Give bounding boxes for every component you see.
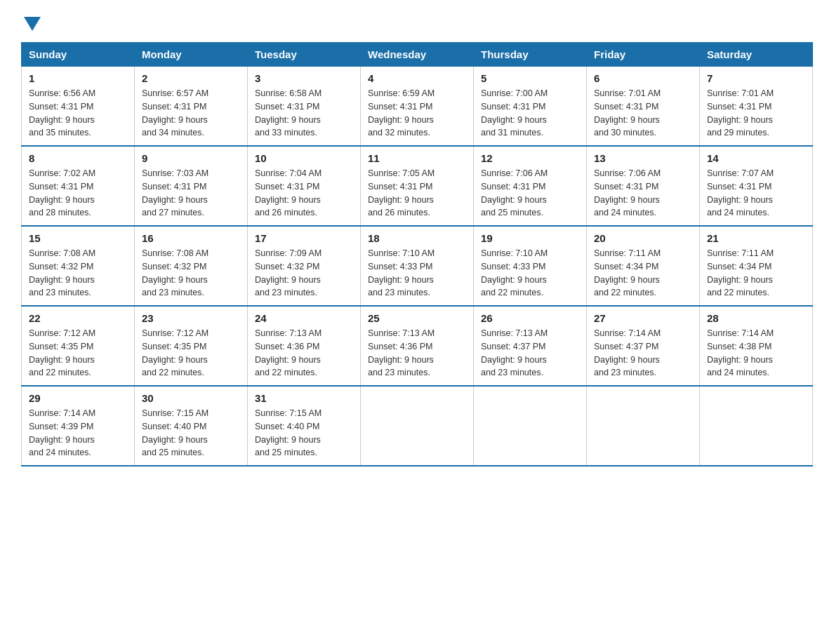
day-number: 20 [594, 232, 692, 244]
day-number: 30 [142, 392, 240, 404]
calendar-cell: 26 Sunrise: 7:13 AMSunset: 4:37 PMDaylig… [474, 306, 587, 386]
day-info: Sunrise: 7:08 AMSunset: 4:32 PMDaylight:… [29, 247, 127, 300]
calendar-week-row: 29 Sunrise: 7:14 AMSunset: 4:39 PMDaylig… [22, 386, 813, 466]
day-info: Sunrise: 7:05 AMSunset: 4:31 PMDaylight:… [368, 167, 466, 220]
day-number: 9 [142, 152, 240, 164]
day-number: 10 [255, 152, 353, 164]
calendar-cell: 18 Sunrise: 7:10 AMSunset: 4:33 PMDaylig… [361, 226, 474, 306]
calendar-cell: 8 Sunrise: 7:02 AMSunset: 4:31 PMDayligh… [22, 146, 135, 226]
day-number: 23 [142, 312, 240, 324]
calendar-cell [700, 386, 813, 466]
day-number: 15 [29, 232, 127, 244]
weekday-header-wednesday: Wednesday [361, 43, 474, 67]
calendar-cell: 12 Sunrise: 7:06 AMSunset: 4:31 PMDaylig… [474, 146, 587, 226]
day-info: Sunrise: 7:11 AMSunset: 4:34 PMDaylight:… [707, 247, 805, 300]
day-info: Sunrise: 7:13 AMSunset: 4:37 PMDaylight:… [481, 327, 579, 380]
calendar-cell: 7 Sunrise: 7:01 AMSunset: 4:31 PMDayligh… [700, 67, 813, 147]
day-info: Sunrise: 7:02 AMSunset: 4:31 PMDaylight:… [29, 167, 127, 220]
weekday-header-monday: Monday [135, 43, 248, 67]
day-info: Sunrise: 7:01 AMSunset: 4:31 PMDaylight:… [707, 87, 805, 140]
calendar-cell: 25 Sunrise: 7:13 AMSunset: 4:36 PMDaylig… [361, 306, 474, 386]
day-number: 5 [481, 72, 579, 84]
day-number: 26 [481, 312, 579, 324]
weekday-header-tuesday: Tuesday [248, 43, 361, 67]
calendar-week-row: 22 Sunrise: 7:12 AMSunset: 4:35 PMDaylig… [22, 306, 813, 386]
calendar-cell: 20 Sunrise: 7:11 AMSunset: 4:34 PMDaylig… [587, 226, 700, 306]
day-number: 24 [255, 312, 353, 324]
calendar-cell: 10 Sunrise: 7:04 AMSunset: 4:31 PMDaylig… [248, 146, 361, 226]
calendar-cell [587, 386, 700, 466]
calendar-week-row: 1 Sunrise: 6:56 AMSunset: 4:31 PMDayligh… [22, 67, 813, 147]
day-number: 25 [368, 312, 466, 324]
day-number: 29 [29, 392, 127, 404]
day-info: Sunrise: 7:10 AMSunset: 4:33 PMDaylight:… [368, 247, 466, 300]
calendar-header: SundayMondayTuesdayWednesdayThursdayFrid… [22, 43, 813, 67]
calendar-cell: 16 Sunrise: 7:08 AMSunset: 4:32 PMDaylig… [135, 226, 248, 306]
calendar-cell [361, 386, 474, 466]
day-info: Sunrise: 7:09 AMSunset: 4:32 PMDaylight:… [255, 247, 353, 300]
calendar-cell: 2 Sunrise: 6:57 AMSunset: 4:31 PMDayligh… [135, 67, 248, 147]
calendar-table: SundayMondayTuesdayWednesdayThursdayFrid… [21, 42, 813, 467]
calendar-cell [474, 386, 587, 466]
day-number: 4 [368, 72, 466, 84]
day-info: Sunrise: 7:06 AMSunset: 4:31 PMDaylight:… [481, 167, 579, 220]
calendar-cell: 13 Sunrise: 7:06 AMSunset: 4:31 PMDaylig… [587, 146, 700, 226]
calendar-cell: 1 Sunrise: 6:56 AMSunset: 4:31 PMDayligh… [22, 67, 135, 147]
day-number: 16 [142, 232, 240, 244]
calendar-cell: 29 Sunrise: 7:14 AMSunset: 4:39 PMDaylig… [22, 386, 135, 466]
logo-triangle-icon [24, 17, 41, 31]
calendar-cell: 21 Sunrise: 7:11 AMSunset: 4:34 PMDaylig… [700, 226, 813, 306]
day-number: 12 [481, 152, 579, 164]
weekday-header-thursday: Thursday [474, 43, 587, 67]
day-info: Sunrise: 7:06 AMSunset: 4:31 PMDaylight:… [594, 167, 692, 220]
day-number: 2 [142, 72, 240, 84]
calendar-cell: 24 Sunrise: 7:13 AMSunset: 4:36 PMDaylig… [248, 306, 361, 386]
day-number: 13 [594, 152, 692, 164]
day-info: Sunrise: 7:10 AMSunset: 4:33 PMDaylight:… [481, 247, 579, 300]
calendar-cell: 5 Sunrise: 7:00 AMSunset: 4:31 PMDayligh… [474, 67, 587, 147]
calendar-week-row: 8 Sunrise: 7:02 AMSunset: 4:31 PMDayligh… [22, 146, 813, 226]
day-info: Sunrise: 6:58 AMSunset: 4:31 PMDaylight:… [255, 87, 353, 140]
day-info: Sunrise: 7:04 AMSunset: 4:31 PMDaylight:… [255, 167, 353, 220]
calendar-cell: 4 Sunrise: 6:59 AMSunset: 4:31 PMDayligh… [361, 67, 474, 147]
day-number: 19 [481, 232, 579, 244]
day-number: 3 [255, 72, 353, 84]
calendar-cell: 23 Sunrise: 7:12 AMSunset: 4:35 PMDaylig… [135, 306, 248, 386]
day-number: 6 [594, 72, 692, 84]
calendar-cell: 14 Sunrise: 7:07 AMSunset: 4:31 PMDaylig… [700, 146, 813, 226]
day-number: 11 [368, 152, 466, 164]
calendar-cell: 6 Sunrise: 7:01 AMSunset: 4:31 PMDayligh… [587, 67, 700, 147]
calendar-cell: 28 Sunrise: 7:14 AMSunset: 4:38 PMDaylig… [700, 306, 813, 386]
weekday-header-saturday: Saturday [700, 43, 813, 67]
day-info: Sunrise: 7:15 AMSunset: 4:40 PMDaylight:… [142, 407, 240, 459]
day-number: 31 [255, 392, 353, 404]
day-info: Sunrise: 7:07 AMSunset: 4:31 PMDaylight:… [707, 167, 805, 220]
calendar-cell: 15 Sunrise: 7:08 AMSunset: 4:32 PMDaylig… [22, 226, 135, 306]
day-number: 28 [707, 312, 805, 324]
calendar-body: 1 Sunrise: 6:56 AMSunset: 4:31 PMDayligh… [22, 67, 813, 467]
day-number: 17 [255, 232, 353, 244]
day-info: Sunrise: 7:01 AMSunset: 4:31 PMDaylight:… [594, 87, 692, 140]
day-info: Sunrise: 7:14 AMSunset: 4:38 PMDaylight:… [707, 327, 805, 380]
day-info: Sunrise: 7:12 AMSunset: 4:35 PMDaylight:… [29, 327, 127, 380]
day-number: 27 [594, 312, 692, 324]
logo [21, 14, 41, 29]
day-info: Sunrise: 7:14 AMSunset: 4:39 PMDaylight:… [29, 407, 127, 459]
calendar-cell: 22 Sunrise: 7:12 AMSunset: 4:35 PMDaylig… [22, 306, 135, 386]
day-info: Sunrise: 7:08 AMSunset: 4:32 PMDaylight:… [142, 247, 240, 300]
day-number: 22 [29, 312, 127, 324]
day-number: 21 [707, 232, 805, 244]
calendar-cell: 19 Sunrise: 7:10 AMSunset: 4:33 PMDaylig… [474, 226, 587, 306]
calendar-cell: 9 Sunrise: 7:03 AMSunset: 4:31 PMDayligh… [135, 146, 248, 226]
weekday-header-friday: Friday [587, 43, 700, 67]
day-info: Sunrise: 7:13 AMSunset: 4:36 PMDaylight:… [368, 327, 466, 380]
day-info: Sunrise: 7:11 AMSunset: 4:34 PMDaylight:… [594, 247, 692, 300]
day-info: Sunrise: 7:13 AMSunset: 4:36 PMDaylight:… [255, 327, 353, 380]
calendar-cell: 30 Sunrise: 7:15 AMSunset: 4:40 PMDaylig… [135, 386, 248, 466]
weekday-row: SundayMondayTuesdayWednesdayThursdayFrid… [22, 43, 813, 67]
calendar-cell: 31 Sunrise: 7:15 AMSunset: 4:40 PMDaylig… [248, 386, 361, 466]
day-info: Sunrise: 7:15 AMSunset: 4:40 PMDaylight:… [255, 407, 353, 459]
page-header [21, 14, 813, 29]
day-info: Sunrise: 7:14 AMSunset: 4:37 PMDaylight:… [594, 327, 692, 380]
day-info: Sunrise: 7:03 AMSunset: 4:31 PMDaylight:… [142, 167, 240, 220]
